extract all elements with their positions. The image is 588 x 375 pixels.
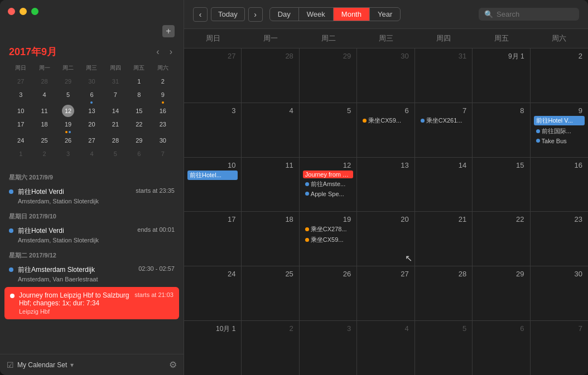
cal-cell[interactable]: 7 (531, 321, 588, 375)
mini-day[interactable]: 17 (15, 118, 27, 130)
calendar-set-chevron[interactable]: ▾ (70, 361, 74, 369)
mini-day[interactable]: 29 (133, 134, 145, 147)
cal-cell[interactable]: 25 (242, 266, 299, 320)
cal-cell[interactable]: 6乘坐CX59... (357, 103, 415, 157)
mini-day[interactable]: 27 (15, 75, 27, 87)
cal-cell[interactable]: 18 (242, 212, 299, 266)
maximize-button[interactable] (31, 8, 38, 15)
year-view-button[interactable]: Year (370, 8, 400, 21)
cal-cell[interactable]: 2 (531, 48, 588, 103)
mini-day[interactable]: 5 (62, 89, 74, 101)
mini-day[interactable]: 10 (15, 105, 27, 117)
cal-event[interactable]: 乘坐CX59... (360, 116, 411, 125)
cal-cell[interactable]: 31 (415, 48, 473, 103)
mini-day[interactable]: 25 (38, 134, 51, 147)
search-input[interactable] (497, 10, 573, 18)
cal-cell[interactable]: 26 (300, 266, 357, 320)
sidebar-event[interactable]: 前往Hotel VerdiAmsterdam, Station Sloterdi… (0, 223, 184, 247)
cal-cell[interactable]: 5 (415, 321, 473, 375)
cal-cell[interactable]: 22 (473, 212, 530, 266)
cal-cell[interactable]: 2 (242, 321, 299, 375)
cal-event[interactable]: 前往Hotel... (187, 171, 238, 180)
cal-cell[interactable]: 9前往Hotel V...前往国际...Take Bus (531, 103, 588, 157)
sidebar-event[interactable]: 前往Hotel VerdiAmsterdam, Station Sloterdi… (0, 184, 184, 208)
cal-cell[interactable]: 10前往Hotel... (184, 158, 242, 212)
cal-cell[interactable]: 20↖ (357, 212, 415, 266)
mini-day[interactable]: 21 (109, 118, 122, 130)
cal-cell[interactable]: 16 (531, 158, 588, 212)
mini-day[interactable]: 2 (38, 148, 51, 160)
mini-day[interactable]: 6 (133, 148, 145, 160)
cal-cell[interactable]: 12Journey from Leipzig Hbf to...前往Amste.… (300, 158, 357, 212)
cal-cell[interactable]: 14 (415, 158, 473, 212)
sidebar-event[interactable]: 前往Amsterdam SloterdijkAmsterdam, Van Bae… (0, 262, 184, 286)
mini-day[interactable]: 4 (38, 89, 51, 101)
cal-cell[interactable]: 15 (473, 158, 530, 212)
mini-day[interactable]: 1 (133, 75, 145, 87)
mini-day[interactable]: 6 (85, 89, 98, 101)
cal-cell[interactable]: 27 (357, 266, 415, 320)
mini-day[interactable]: 7 (109, 89, 122, 101)
cal-cell[interactable]: 21 (415, 212, 473, 266)
mini-day[interactable]: 14 (109, 105, 122, 117)
sidebar-event[interactable]: Journey from Leipzig Hbf to Salzburg Hbf… (4, 287, 179, 319)
cal-cell[interactable]: 3 (184, 103, 242, 157)
mini-day[interactable]: 27 (85, 134, 98, 147)
cal-cell[interactable]: 6 (473, 321, 530, 375)
settings-icon[interactable]: ⚙ (169, 359, 177, 370)
cal-cell[interactable]: 17 (184, 212, 242, 266)
cal-event[interactable]: Journey from Leipzig Hbf to... (303, 171, 353, 178)
cal-event[interactable]: Apple Spe... (303, 190, 353, 198)
cal-cell[interactable]: 4 (357, 321, 415, 375)
cal-cell[interactable]: 27 (184, 48, 242, 103)
cal-cell[interactable]: 11 (242, 158, 299, 212)
mini-day[interactable]: 31 (109, 75, 122, 87)
mini-day[interactable]: 5 (109, 148, 122, 160)
cal-event[interactable]: 乘坐CX278... (303, 225, 353, 234)
mini-day[interactable]: 28 (38, 75, 51, 87)
mini-day[interactable]: 8 (133, 89, 145, 101)
mini-day[interactable]: 4 (85, 148, 98, 160)
cal-event[interactable]: 乘坐CX59... (303, 235, 353, 245)
cal-cell[interactable]: 23 (531, 212, 588, 266)
mini-day[interactable]: 15 (133, 105, 145, 117)
mini-day[interactable]: 3 (62, 148, 74, 160)
mini-day[interactable]: 30 (157, 134, 169, 147)
cal-cell[interactable]: 8 (473, 103, 530, 157)
mini-day[interactable]: 19 (62, 118, 74, 130)
mini-day[interactable]: 26 (62, 134, 74, 147)
cal-event[interactable]: 前往国际... (534, 126, 585, 136)
mini-day[interactable]: 29 (62, 75, 74, 87)
week-view-button[interactable]: Week (299, 8, 334, 21)
mini-day[interactable]: 2 (157, 75, 169, 87)
next-month-button[interactable]: › (248, 7, 263, 22)
mini-day[interactable]: 24 (15, 134, 27, 147)
mini-day[interactable]: 16 (157, 105, 169, 117)
cal-cell[interactable]: 28 (242, 48, 299, 103)
cal-cell[interactable]: 19乘坐CX278...乘坐CX59... (300, 212, 357, 266)
day-view-button[interactable]: Day (270, 8, 299, 21)
cal-cell[interactable]: 4 (242, 103, 299, 157)
cal-cell[interactable]: 29 (473, 266, 530, 320)
mini-day[interactable]: 9 (157, 89, 169, 101)
prev-month-button[interactable]: ‹ (193, 7, 208, 22)
cal-event[interactable]: 乘坐CX261... (418, 116, 469, 125)
cal-cell[interactable]: 3 (300, 321, 357, 375)
cal-cell[interactable]: 24 (184, 266, 242, 320)
minimize-button[interactable] (20, 8, 27, 15)
cal-event[interactable]: 前往Amste... (303, 179, 353, 189)
cal-cell[interactable]: 29 (300, 48, 357, 103)
cal-cell[interactable]: 28 (415, 266, 473, 320)
mini-day[interactable]: 13 (85, 105, 98, 117)
cal-cell[interactable]: 10月 1 (184, 321, 242, 375)
mini-day[interactable]: 18 (38, 118, 51, 130)
mini-day[interactable]: 22 (133, 118, 145, 130)
cal-cell[interactable]: 30 (357, 48, 415, 103)
month-view-button[interactable]: Month (334, 8, 370, 21)
mini-day[interactable]: 30 (85, 75, 98, 87)
mini-day[interactable]: 28 (109, 134, 122, 147)
cal-cell[interactable]: 9月 1 (473, 48, 530, 103)
mini-prev-button[interactable]: ‹ (154, 47, 161, 57)
close-button[interactable] (8, 8, 15, 15)
mini-day[interactable]: 12 (62, 105, 74, 117)
